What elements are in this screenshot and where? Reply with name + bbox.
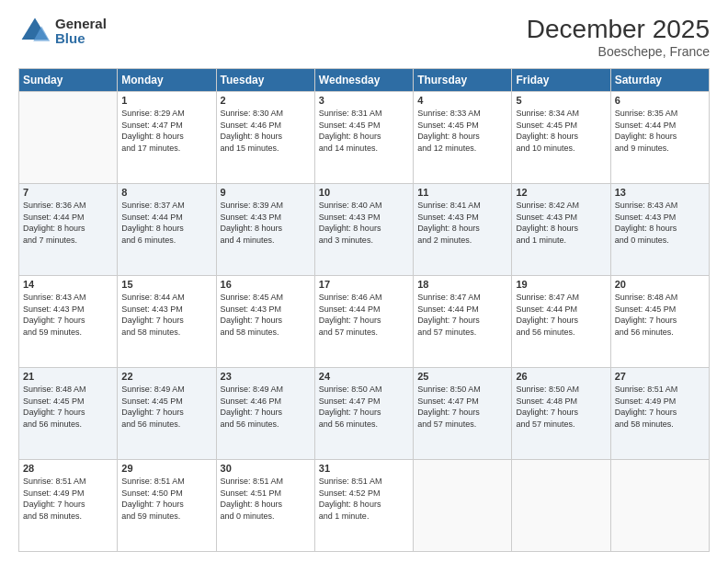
- day-info: Sunrise: 8:49 AM Sunset: 4:45 PM Dayligh…: [121, 384, 211, 430]
- day-header-thursday: Thursday: [414, 69, 512, 92]
- calendar-cell: 5Sunrise: 8:34 AM Sunset: 4:45 PM Daylig…: [512, 92, 610, 184]
- day-info: Sunrise: 8:50 AM Sunset: 4:47 PM Dayligh…: [319, 384, 409, 430]
- calendar-cell: 12Sunrise: 8:42 AM Sunset: 4:43 PM Dayli…: [512, 184, 610, 276]
- logo: General Blue: [18, 15, 107, 48]
- calendar-cell: 11Sunrise: 8:41 AM Sunset: 4:43 PM Dayli…: [414, 184, 512, 276]
- day-header-sunday: Sunday: [19, 69, 118, 92]
- calendar-cell: 29Sunrise: 8:51 AM Sunset: 4:50 PM Dayli…: [118, 460, 216, 552]
- day-info: Sunrise: 8:46 AM Sunset: 4:44 PM Dayligh…: [319, 292, 409, 338]
- day-info: Sunrise: 8:43 AM Sunset: 4:43 PM Dayligh…: [23, 292, 113, 338]
- day-info: Sunrise: 8:45 AM Sunset: 4:43 PM Dayligh…: [221, 292, 311, 338]
- calendar-cell: 14Sunrise: 8:43 AM Sunset: 4:43 PM Dayli…: [19, 276, 118, 368]
- calendar-week-row: 7Sunrise: 8:36 AM Sunset: 4:44 PM Daylig…: [19, 184, 710, 276]
- day-info: Sunrise: 8:50 AM Sunset: 4:47 PM Dayligh…: [417, 384, 507, 430]
- day-number: 24: [319, 371, 409, 382]
- page: General Blue December 2025 Boeschepe, Fr…: [0, 0, 728, 563]
- calendar-week-row: 1Sunrise: 8:29 AM Sunset: 4:47 PM Daylig…: [19, 92, 710, 184]
- calendar-cell: 16Sunrise: 8:45 AM Sunset: 4:43 PM Dayli…: [216, 276, 314, 368]
- calendar-cell: 26Sunrise: 8:50 AM Sunset: 4:48 PM Dayli…: [512, 368, 610, 460]
- day-number: 15: [121, 279, 211, 290]
- day-info: Sunrise: 8:42 AM Sunset: 4:43 PM Dayligh…: [516, 200, 606, 246]
- day-number: 26: [516, 371, 606, 382]
- calendar-cell: 22Sunrise: 8:49 AM Sunset: 4:45 PM Dayli…: [118, 368, 216, 460]
- day-number: 6: [615, 95, 705, 106]
- calendar-cell: 21Sunrise: 8:48 AM Sunset: 4:45 PM Dayli…: [19, 368, 118, 460]
- logo-line2: Blue: [55, 31, 107, 47]
- day-number: 4: [417, 95, 507, 106]
- day-info: Sunrise: 8:51 AM Sunset: 4:50 PM Dayligh…: [121, 476, 211, 522]
- day-number: 20: [615, 279, 705, 290]
- calendar-cell: 20Sunrise: 8:48 AM Sunset: 4:45 PM Dayli…: [610, 276, 709, 368]
- day-number: 22: [121, 371, 211, 382]
- calendar-cell: 30Sunrise: 8:51 AM Sunset: 4:51 PM Dayli…: [216, 460, 314, 552]
- day-number: 5: [516, 95, 606, 106]
- calendar-cell: 2Sunrise: 8:30 AM Sunset: 4:46 PM Daylig…: [216, 92, 314, 184]
- day-header-tuesday: Tuesday: [216, 69, 314, 92]
- calendar-cell: 18Sunrise: 8:47 AM Sunset: 4:44 PM Dayli…: [414, 276, 512, 368]
- day-header-wednesday: Wednesday: [314, 69, 413, 92]
- day-info: Sunrise: 8:51 AM Sunset: 4:49 PM Dayligh…: [615, 384, 705, 430]
- day-header-monday: Monday: [118, 69, 216, 92]
- day-number: 25: [417, 371, 507, 382]
- day-info: Sunrise: 8:30 AM Sunset: 4:46 PM Dayligh…: [221, 108, 311, 154]
- calendar-cell: 8Sunrise: 8:37 AM Sunset: 4:44 PM Daylig…: [118, 184, 216, 276]
- day-number: 9: [221, 187, 311, 198]
- calendar-cell: 9Sunrise: 8:39 AM Sunset: 4:43 PM Daylig…: [216, 184, 314, 276]
- calendar-cell: 17Sunrise: 8:46 AM Sunset: 4:44 PM Dayli…: [314, 276, 413, 368]
- calendar-cell: 31Sunrise: 8:51 AM Sunset: 4:52 PM Dayli…: [314, 460, 413, 552]
- day-info: Sunrise: 8:51 AM Sunset: 4:51 PM Dayligh…: [221, 476, 311, 522]
- day-number: 14: [23, 279, 113, 290]
- day-info: Sunrise: 8:48 AM Sunset: 4:45 PM Dayligh…: [23, 384, 113, 430]
- day-header-saturday: Saturday: [610, 69, 709, 92]
- day-info: Sunrise: 8:34 AM Sunset: 4:45 PM Dayligh…: [516, 108, 606, 154]
- day-number: 31: [319, 463, 409, 474]
- logo-line1: General: [55, 17, 107, 32]
- calendar-cell: 25Sunrise: 8:50 AM Sunset: 4:47 PM Dayli…: [414, 368, 512, 460]
- day-number: 11: [417, 187, 507, 198]
- day-number: 27: [615, 371, 705, 382]
- day-number: 12: [516, 187, 606, 198]
- day-number: 16: [221, 279, 311, 290]
- location: Boeschepe, France: [527, 44, 710, 59]
- day-info: Sunrise: 8:31 AM Sunset: 4:45 PM Dayligh…: [319, 108, 409, 154]
- day-number: 13: [615, 187, 705, 198]
- day-number: 18: [417, 279, 507, 290]
- calendar-cell: [19, 92, 118, 184]
- calendar-cell: 7Sunrise: 8:36 AM Sunset: 4:44 PM Daylig…: [19, 184, 118, 276]
- day-info: Sunrise: 8:48 AM Sunset: 4:45 PM Dayligh…: [615, 292, 705, 338]
- day-info: Sunrise: 8:40 AM Sunset: 4:43 PM Dayligh…: [319, 200, 409, 246]
- calendar-cell: 10Sunrise: 8:40 AM Sunset: 4:43 PM Dayli…: [314, 184, 413, 276]
- calendar-cell: 15Sunrise: 8:44 AM Sunset: 4:43 PM Dayli…: [118, 276, 216, 368]
- day-info: Sunrise: 8:37 AM Sunset: 4:44 PM Dayligh…: [121, 200, 211, 246]
- day-info: Sunrise: 8:43 AM Sunset: 4:43 PM Dayligh…: [615, 200, 705, 246]
- day-number: 17: [319, 279, 409, 290]
- day-info: Sunrise: 8:33 AM Sunset: 4:45 PM Dayligh…: [417, 108, 507, 154]
- day-header-friday: Friday: [512, 69, 610, 92]
- day-info: Sunrise: 8:51 AM Sunset: 4:49 PM Dayligh…: [23, 476, 113, 522]
- title-block: December 2025 Boeschepe, France: [527, 15, 710, 59]
- calendar-cell: 3Sunrise: 8:31 AM Sunset: 4:45 PM Daylig…: [314, 92, 413, 184]
- header: General Blue December 2025 Boeschepe, Fr…: [18, 15, 710, 59]
- calendar-week-row: 14Sunrise: 8:43 AM Sunset: 4:43 PM Dayli…: [19, 276, 710, 368]
- day-info: Sunrise: 8:50 AM Sunset: 4:48 PM Dayligh…: [516, 384, 606, 430]
- calendar-cell: 19Sunrise: 8:47 AM Sunset: 4:44 PM Dayli…: [512, 276, 610, 368]
- day-info: Sunrise: 8:29 AM Sunset: 4:47 PM Dayligh…: [121, 108, 211, 154]
- calendar-cell: 23Sunrise: 8:49 AM Sunset: 4:46 PM Dayli…: [216, 368, 314, 460]
- day-info: Sunrise: 8:49 AM Sunset: 4:46 PM Dayligh…: [221, 384, 311, 430]
- day-info: Sunrise: 8:36 AM Sunset: 4:44 PM Dayligh…: [23, 200, 113, 246]
- day-info: Sunrise: 8:47 AM Sunset: 4:44 PM Dayligh…: [417, 292, 507, 338]
- day-number: 30: [221, 463, 311, 474]
- calendar-week-row: 21Sunrise: 8:48 AM Sunset: 4:45 PM Dayli…: [19, 368, 710, 460]
- calendar-header-row: SundayMondayTuesdayWednesdayThursdayFrid…: [19, 69, 710, 92]
- day-number: 3: [319, 95, 409, 106]
- calendar-cell: 24Sunrise: 8:50 AM Sunset: 4:47 PM Dayli…: [314, 368, 413, 460]
- calendar-cell: 4Sunrise: 8:33 AM Sunset: 4:45 PM Daylig…: [414, 92, 512, 184]
- day-number: 8: [121, 187, 211, 198]
- calendar-cell: [512, 460, 610, 552]
- day-number: 23: [221, 371, 311, 382]
- calendar-cell: 1Sunrise: 8:29 AM Sunset: 4:47 PM Daylig…: [118, 92, 216, 184]
- day-number: 10: [319, 187, 409, 198]
- day-number: 28: [23, 463, 113, 474]
- calendar-week-row: 28Sunrise: 8:51 AM Sunset: 4:49 PM Dayli…: [19, 460, 710, 552]
- day-number: 1: [121, 95, 211, 106]
